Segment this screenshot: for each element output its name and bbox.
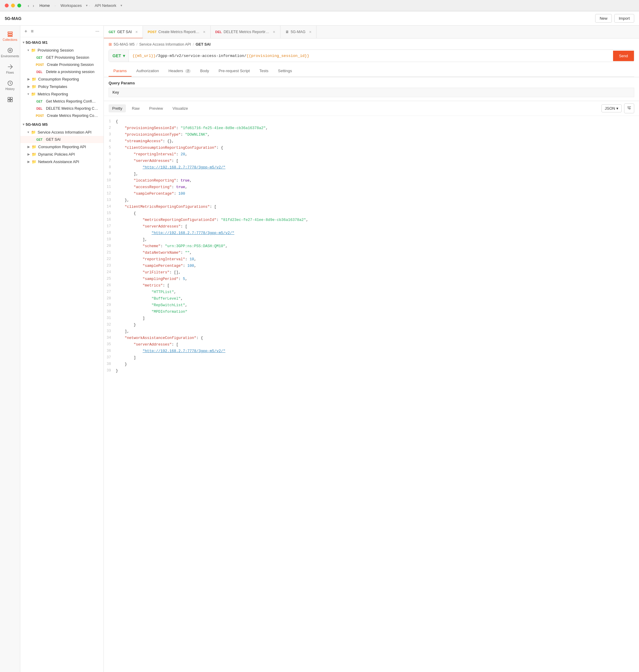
url-input[interactable]: {{m5_url}}/3gpp-m5/v2/service-access-inf… xyxy=(129,51,613,61)
import-button[interactable]: Import xyxy=(614,14,634,23)
tree-folder-metrics-label: Metrics Reporting xyxy=(37,92,68,96)
json-line: 25 "samplingPeriod": 5, xyxy=(104,276,639,282)
body-tab-preview[interactable]: Preview xyxy=(145,105,167,112)
maximize-button[interactable] xyxy=(17,4,21,7)
tab-post-metrics[interactable]: POST Create Metrics Reporti… × xyxy=(143,26,211,38)
tree-folder-dynamic-policies-label: Dynamic Policies API xyxy=(38,152,75,157)
nav-tab-home[interactable]: Home xyxy=(36,2,53,9)
tree-folder-dynamic-policies[interactable]: ▶ 📁 Dynamic Policies API xyxy=(20,150,104,158)
sub-tab-tests[interactable]: Tests xyxy=(254,66,273,77)
tree-add-button[interactable]: + xyxy=(24,28,28,35)
json-line: 39} xyxy=(104,368,639,374)
json-line: 34 "networkAssistanceConfiguration": { xyxy=(104,335,639,341)
sidebar-icon-collections[interactable]: Collections xyxy=(0,28,20,44)
tab-close-icon[interactable]: × xyxy=(136,30,138,34)
json-line: 2 "provisioningSessionId": "1fd61716-fe2… xyxy=(104,125,639,131)
back-button[interactable]: ‹ xyxy=(26,2,31,9)
tab-close-icon[interactable]: × xyxy=(309,30,311,34)
tree-item-get-provisioning[interactable]: GET GET Provisioning Session xyxy=(20,54,104,61)
line-content: } xyxy=(116,322,639,328)
tree-item-label: DELETE Metrics Reporting C… xyxy=(46,107,98,111)
close-button[interactable] xyxy=(5,4,9,7)
nav-tab-api-network[interactable]: API Network xyxy=(91,2,120,9)
json-line: 14 "clientMetricsReportingConfigurations… xyxy=(104,204,639,210)
nav-tab-workspaces[interactable]: Workspaces xyxy=(57,2,85,9)
url-var-prefix: {{m5_url}} xyxy=(133,54,156,58)
sub-tab-headers[interactable]: Headers 7 xyxy=(164,66,196,77)
body-tab-raw[interactable]: Raw xyxy=(128,105,143,112)
tab-close-icon[interactable]: × xyxy=(203,30,205,34)
folder-icon: 📁 xyxy=(31,130,36,134)
tree-item-get-metrics[interactable]: GET Get Metrics Reporting Confi… xyxy=(20,98,104,105)
json-viewer: 1{2 "provisioningSessionId": "1fd61716-f… xyxy=(104,116,639,672)
tree-item-delete-provisioning[interactable]: DEL Delete a provisioning session xyxy=(20,68,104,76)
line-number: 2 xyxy=(104,125,116,131)
tree-more-button[interactable]: ··· xyxy=(95,28,100,35)
line-content: "MPDInformation" xyxy=(116,309,639,315)
forward-button[interactable]: › xyxy=(31,2,36,9)
line-content: "BufferLevel", xyxy=(116,296,639,302)
body-tab-visualize[interactable]: Visualize xyxy=(169,105,191,112)
folder-icon: 📁 xyxy=(32,145,36,149)
tree-item-get-sai[interactable]: GET GET SAI xyxy=(20,136,104,143)
sub-tab-body[interactable]: Body xyxy=(196,66,214,77)
tree-item-del-metrics[interactable]: DEL DELETE Metrics Reporting C… xyxy=(20,105,104,112)
line-content: "streamingAccess": {}, xyxy=(116,138,639,144)
titlebar: ‹ › Home · Workspaces ▾ · API Network ▾ xyxy=(0,0,639,11)
tree-item-create-provisioning[interactable]: POST Create Provisioning Session xyxy=(20,61,104,68)
tree-folder-sai[interactable]: ▾ 📁 Service Access Information API xyxy=(20,128,104,136)
tree-filter-button[interactable]: ≡ xyxy=(30,28,34,35)
svg-rect-1 xyxy=(8,34,12,35)
json-line: 4 "streamingAccess": {}, xyxy=(104,138,639,145)
sidebar-icon-environments[interactable]: Environments xyxy=(0,44,20,61)
json-line: 9 ], xyxy=(104,171,639,177)
tree-folder-policy[interactable]: ▶ 📁 Policy Templates xyxy=(20,83,104,90)
body-tab-pretty[interactable]: Pretty xyxy=(109,105,126,112)
line-content: "http://192.168.2.7:7778/3gpp-m5/v2/" xyxy=(116,230,639,236)
collections-label: Collections xyxy=(3,38,17,42)
flows-label: Flows xyxy=(6,71,14,74)
tree-folder-metrics[interactable]: ▾ 📁 Metrics Reporting xyxy=(20,90,104,98)
tab-get-sai[interactable]: GET GET SAI × xyxy=(104,26,143,38)
wrap-button[interactable] xyxy=(624,103,634,113)
tree-folder-provisioning[interactable]: ▾ 📁 Provisioning Session xyxy=(20,47,104,54)
tree-group-m1[interactable]: ▾ 5G-MAG M1 xyxy=(20,38,104,47)
format-select[interactable]: JSON ▾ xyxy=(602,105,622,112)
tab-5gmag[interactable]: 🖥 5G-MAG × xyxy=(280,26,317,38)
sub-tab-settings[interactable]: Settings xyxy=(273,66,297,77)
new-button[interactable]: New xyxy=(595,14,612,23)
json-line: 7 "serverAddresses": [ xyxy=(104,158,639,164)
tree-folder-consumption-api[interactable]: ▶ 📁 Consumption Reporting API xyxy=(20,143,104,150)
line-number: 16 xyxy=(104,217,116,223)
svg-rect-7 xyxy=(10,97,12,100)
chevron-down-icon: ▾ xyxy=(616,106,619,111)
line-number: 8 xyxy=(104,164,116,170)
tree-folder-network-assistance[interactable]: ▶ 📁 Network Assistance API xyxy=(20,158,104,165)
line-content: "RepSwitchList", xyxy=(116,302,639,308)
line-content: "serverAddresses": [ xyxy=(116,224,639,229)
sidebar-icon-history[interactable]: History xyxy=(0,77,20,94)
line-content: "urlFilters": [], xyxy=(116,270,639,275)
params-section: Query Params Key xyxy=(104,77,639,101)
tree-item-post-metrics[interactable]: POST Create Metrics Reporting Co… xyxy=(20,112,104,119)
sidebar-icon-flows[interactable]: Flows xyxy=(0,61,20,77)
tabs-bar: GET GET SAI × POST Create Metrics Report… xyxy=(104,26,639,38)
sub-tab-params[interactable]: Params xyxy=(109,66,131,77)
minimize-button[interactable] xyxy=(11,4,15,7)
json-line: 12 "samplePercentage": 100 xyxy=(104,191,639,197)
method-select[interactable]: GET ▾ xyxy=(109,50,129,62)
method-badge: GET xyxy=(35,100,44,103)
app-header: 5G-MAG New Import xyxy=(0,11,639,26)
send-button[interactable]: Send xyxy=(613,51,634,61)
sub-tab-prerequest[interactable]: Pre-request Script xyxy=(214,66,255,77)
svg-rect-9 xyxy=(10,100,12,102)
tree-folder-consumption[interactable]: ▶ 📁 Consumption Reporting xyxy=(20,76,104,83)
sidebar-icon-more[interactable] xyxy=(0,94,20,106)
tree-group-m5[interactable]: ▾ 5G-MAG M5 xyxy=(20,121,104,128)
tree-folder-sai-label: Service Access Information API xyxy=(37,130,92,134)
tab-del-metrics[interactable]: DEL DELETE Metrics Reportir… × xyxy=(211,26,280,38)
tab-close-icon[interactable]: × xyxy=(272,30,275,34)
chevron-down-icon: ▾ xyxy=(123,53,125,58)
url-var-suffix: {{provisioning_session_id}} xyxy=(246,54,309,58)
sub-tab-authorization[interactable]: Authorization xyxy=(131,66,164,77)
